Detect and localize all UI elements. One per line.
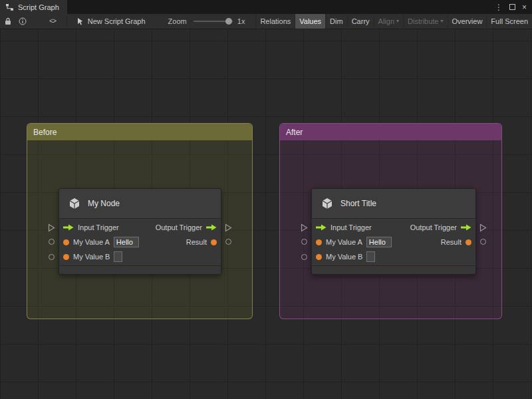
group-title: Before xyxy=(33,128,57,137)
external-value-port[interactable] xyxy=(49,239,55,245)
pointer-icon xyxy=(76,17,84,25)
carry-button[interactable]: Carry xyxy=(347,14,374,29)
value-port-icon[interactable] xyxy=(316,239,322,245)
port-row-value-b: My Value B xyxy=(59,249,221,264)
node-footer xyxy=(312,265,475,274)
graph-tab-icon xyxy=(5,3,14,11)
graph-canvas[interactable]: Before After My Node Input Trigger xyxy=(0,29,532,399)
port-label: My Value A xyxy=(73,238,110,246)
node-title: My Node xyxy=(88,199,120,208)
trigger-in-icon[interactable] xyxy=(63,224,74,231)
value-port-icon[interactable] xyxy=(211,239,217,245)
value-port-icon[interactable] xyxy=(63,254,69,260)
external-value-port[interactable] xyxy=(301,239,307,245)
overview-button[interactable]: Overview xyxy=(448,14,487,29)
distribute-label: Distribute xyxy=(408,17,438,25)
external-trigger-in-port[interactable] xyxy=(48,223,55,235)
external-trigger-in-port[interactable] xyxy=(301,223,308,235)
unit-icon xyxy=(320,196,334,211)
external-value-port[interactable] xyxy=(49,254,55,260)
lock-icon[interactable] xyxy=(5,17,11,25)
tab-bar: Script Graph ⋮ × xyxy=(0,0,532,14)
trigger-out-icon[interactable] xyxy=(461,224,471,231)
external-value-port[interactable] xyxy=(301,254,307,260)
values-label: Values xyxy=(299,17,321,25)
port-label: Output Trigger xyxy=(156,223,202,231)
external-value-port[interactable] xyxy=(480,239,486,245)
port-label: Input Trigger xyxy=(331,223,372,231)
node-short-title[interactable]: Short Title Input Trigger Output Trigger xyxy=(311,188,476,275)
value-port-icon[interactable] xyxy=(466,239,471,245)
tab-script-graph[interactable]: Script Graph xyxy=(0,0,67,14)
toolbar-buttons: Relations Values Dim Carry Align▾ Distri… xyxy=(255,14,532,29)
trigger-out-icon[interactable] xyxy=(206,224,217,231)
fullscreen-label: Full Screen xyxy=(491,17,528,25)
zoom-slider-handle[interactable] xyxy=(225,18,232,25)
port-row-trigger: Input Trigger Output Trigger xyxy=(312,220,475,235)
relations-button[interactable]: Relations xyxy=(255,14,295,29)
graph-name-label: New Script Graph xyxy=(88,17,146,25)
group-title: After xyxy=(286,128,303,137)
tab-strip xyxy=(67,0,495,14)
value-a-field[interactable] xyxy=(114,237,139,247)
port-label: My Value B xyxy=(73,253,110,261)
value-a-field[interactable] xyxy=(366,237,392,247)
external-trigger-out-port[interactable] xyxy=(479,223,487,235)
node-header[interactable]: Short Title xyxy=(312,189,475,219)
port-label: Result xyxy=(186,238,207,246)
value-port-icon[interactable] xyxy=(63,239,69,245)
unit-icon xyxy=(67,196,82,211)
relations-label: Relations xyxy=(260,17,291,25)
graph-name[interactable]: New Script Graph xyxy=(76,17,146,25)
chevron-down-icon: ▾ xyxy=(396,19,399,24)
value-b-field[interactable] xyxy=(366,251,375,262)
node-footer xyxy=(59,265,221,274)
code-view-icon[interactable]: <> xyxy=(49,18,56,25)
port-label: Input Trigger xyxy=(78,223,119,231)
port-row-value-a: My Value A Result xyxy=(59,235,221,249)
dim-label: Dim xyxy=(330,17,343,25)
external-trigger-out-port[interactable] xyxy=(225,223,232,235)
external-value-port[interactable] xyxy=(225,239,231,245)
port-row-value-b: My Value B xyxy=(312,249,475,264)
script-graph-window: Script Graph ⋮ × <> New Script Graph Zoo… xyxy=(0,0,532,399)
distribute-button[interactable]: Distribute▾ xyxy=(403,14,447,29)
zoom-slider[interactable] xyxy=(194,21,233,22)
window-controls: ⋮ × xyxy=(495,0,532,14)
zoom-label: Zoom xyxy=(168,17,187,25)
port-label: My Value B xyxy=(326,253,362,261)
value-b-field[interactable] xyxy=(114,251,122,262)
group-header[interactable]: Before xyxy=(27,124,252,140)
port-label: Output Trigger xyxy=(410,223,457,231)
node-ports: Input Trigger Output Trigger My Value A … xyxy=(312,219,475,264)
node-title: Short Title xyxy=(340,199,376,208)
node-my-node[interactable]: My Node Input Trigger Output Trigger xyxy=(59,188,221,275)
align-label: Align xyxy=(378,17,394,25)
dim-button[interactable]: Dim xyxy=(325,14,347,29)
menu-icon[interactable]: ⋮ xyxy=(495,3,503,12)
zoom-value: 1x xyxy=(237,17,245,25)
node-header[interactable]: My Node xyxy=(59,189,221,219)
port-label: Result xyxy=(441,238,462,246)
align-button[interactable]: Align▾ xyxy=(374,14,403,29)
port-row-value-a: My Value A Result xyxy=(312,235,475,249)
port-row-trigger: Input Trigger Output Trigger xyxy=(59,220,221,235)
info-icon[interactable] xyxy=(19,17,27,25)
overview-label: Overview xyxy=(452,17,483,25)
tab-title: Script Graph xyxy=(18,3,59,11)
value-port-icon[interactable] xyxy=(316,254,322,260)
chevron-down-icon: ▾ xyxy=(441,19,444,24)
close-icon[interactable]: × xyxy=(522,3,527,12)
trigger-in-icon[interactable] xyxy=(316,224,327,231)
maximize-icon[interactable] xyxy=(509,4,515,10)
fullscreen-button[interactable]: Full Screen xyxy=(486,14,532,29)
port-label: My Value A xyxy=(326,238,362,246)
node-ports: Input Trigger Output Trigger My Value A … xyxy=(59,219,221,264)
toolbar: <> New Script Graph Zoom 1x Relations Va… xyxy=(0,14,532,29)
toolbar-separator xyxy=(66,17,67,26)
values-button[interactable]: Values xyxy=(295,14,325,29)
carry-label: Carry xyxy=(352,17,370,25)
group-header[interactable]: After xyxy=(280,124,501,140)
